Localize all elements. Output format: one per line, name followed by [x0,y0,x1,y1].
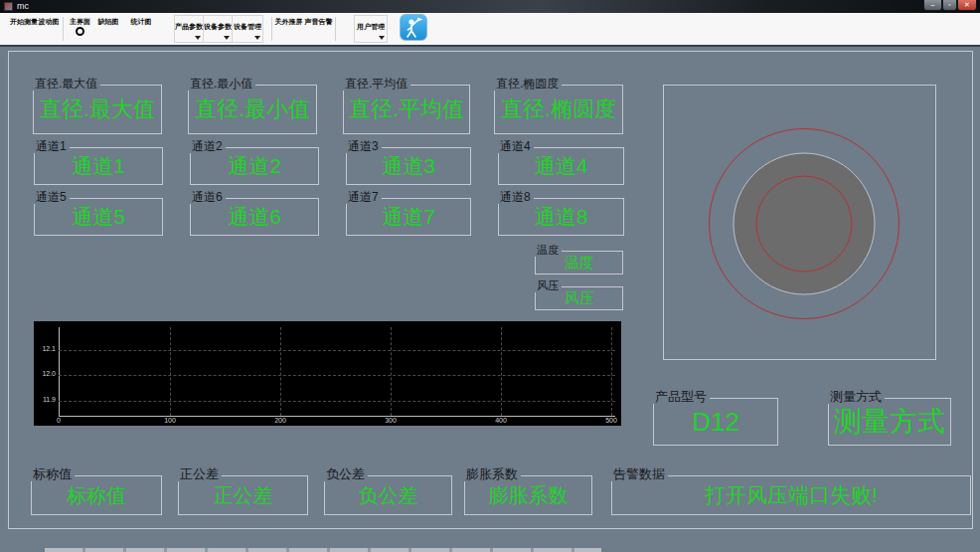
channel-value: 通道7 [347,199,470,235]
trend-chart: 12.1 12.0 11.9 0 100 200 300 400 500 [34,321,621,426]
param-value: 负公差 [325,476,451,514]
stat-box-diameter-avg: 直径.平均值 直径.平均值 [343,85,470,134]
y-tick-label: 12.0 [34,370,56,377]
channel-box-2: 通道2 通道2 [190,147,319,185]
stat-value: 直径.最小值 [189,86,316,133]
x-tick-label: 0 [44,417,74,424]
main-screen-indicator-icon [76,27,84,36]
channel-box-1: 通道1 通道1 [34,147,163,185]
chevron-down-icon [254,36,260,40]
x-tick-label: 500 [596,417,626,424]
y-tick-label: 12.1 [34,345,56,352]
stat-value: 直径.椭圆度 [495,86,622,133]
stat-box-diameter-max: 直径.最大值 直径.最大值 [33,85,162,134]
alarm-data-box: 告警数据 打开风压端口失败! [611,475,971,515]
toolbar-button-stats-chart[interactable]: 统计图 [126,13,156,31]
pressure-value: 风压 [536,287,622,309]
measure-mode-value: 测量方式 [829,399,950,445]
pressure-box: 风压 风压 [535,286,623,310]
measure-mode-box: 测量方式 测量方式 [828,398,951,446]
toolbar-button-defect-chart[interactable]: 缺陷图 [93,13,123,31]
channel-box-4: 通道4 通道4 [498,147,624,185]
x-tick-label: 200 [265,417,295,424]
toolbar: 开始测量 波动图 主界面 缺陷图 统计图 产品参数 设备参数 设备管理 关外推屏… [0,13,980,45]
x-tick-label: 400 [486,417,516,424]
chevron-down-icon [195,36,201,40]
param-value: 标称值 [32,476,161,514]
channel-value: 通道6 [191,199,318,235]
toolbar-button-product-params[interactable]: 产品参数 [174,15,204,43]
toolbar-button-ext-screen[interactable]: 关外推屏 [273,13,304,31]
chevron-down-icon [224,36,230,40]
cross-section-display [663,85,936,360]
toolbar-separator [335,17,336,41]
person-with-flag-icon[interactable] [400,14,427,41]
toolbar-separator [271,17,272,41]
stat-box-diameter-ovality: 直径.椭圆度 直径.椭圆度 [494,85,623,134]
channel-value: 通道4 [499,148,623,184]
stat-value: 直径.平均值 [344,86,469,133]
stat-value: 直径.最大值 [34,86,161,133]
title-bar: mc – ▫ ✕ [0,0,980,13]
expansion-coefficient-box: 膨胀系数 膨胀系数 [464,475,592,515]
plus-tolerance-box: 正公差 正公差 [178,475,308,515]
gridline [611,327,612,416]
toolbar-button-sound-alarm[interactable]: 声音告警 [303,13,334,31]
temperature-value: 温度 [536,252,622,274]
window-icon[interactable] [4,2,13,11]
bottom-partial-row [45,548,601,552]
toolbar-bottom-rule [0,45,980,47]
toolbar-button-device-params[interactable]: 设备参数 [203,15,233,43]
nominal-value-box: 标称值 标称值 [31,475,162,515]
x-tick-label: 300 [376,417,406,424]
toolbar-button-label: 设备参数 [204,22,232,32]
gridline [59,375,615,376]
channel-box-5: 通道5 通道5 [34,198,163,236]
channel-box-8: 通道8 通道8 [498,198,624,236]
gridline [391,327,392,416]
window-title: mc [17,1,29,11]
toolbar-button-device-manage[interactable]: 设备管理 [232,15,263,43]
product-model-box: 产品型号 D12 [653,398,778,446]
stat-box-diameter-min: 直径.最小值 直径.最小值 [188,85,317,134]
gridline [501,327,502,416]
channel-value: 通道3 [347,148,470,184]
alarm-message: 打开风压端口失败! [612,476,970,514]
toolbar-button-label: 用户管理 [357,22,385,32]
chevron-down-icon [379,36,385,40]
x-tick-label: 100 [155,417,185,424]
y-axis [59,327,60,417]
channel-value: 通道8 [499,199,623,235]
toolbar-button-label: 设备管理 [234,22,261,32]
product-model-value: D12 [654,399,777,445]
temperature-box: 温度 温度 [535,251,623,275]
minus-tolerance-box: 负公差 负公差 [324,475,452,515]
gridline [170,327,171,416]
channel-value: 通道2 [191,148,318,184]
channel-value: 通道5 [35,199,162,235]
gridline [280,327,281,416]
toolbar-button-label: 产品参数 [175,22,203,32]
x-axis [59,416,615,417]
channel-box-3: 通道3 通道3 [346,147,471,185]
channel-box-7: 通道7 通道7 [346,198,471,236]
y-tick-label: 11.9 [34,396,56,403]
channel-box-6: 通道6 通道6 [190,198,319,236]
param-value: 膨胀系数 [465,476,591,514]
channel-value: 通道1 [35,148,162,184]
toolbar-button-user-manage[interactable]: 用户管理 [354,15,388,43]
gridline [59,350,615,351]
maximize-button[interactable]: ▫ [942,0,957,11]
gridline [59,401,615,402]
close-button[interactable]: ✕ [957,0,977,11]
param-value: 正公差 [179,476,307,514]
application-window: mc – ▫ ✕ 开始测量 波动图 主界面 缺陷图 统计图 产品参数 设备参数 … [0,0,980,552]
toolbar-button-wave-chart[interactable]: 波动图 [32,13,66,31]
minimize-button[interactable]: – [923,0,942,11]
cross-section-graphic [664,86,935,359]
